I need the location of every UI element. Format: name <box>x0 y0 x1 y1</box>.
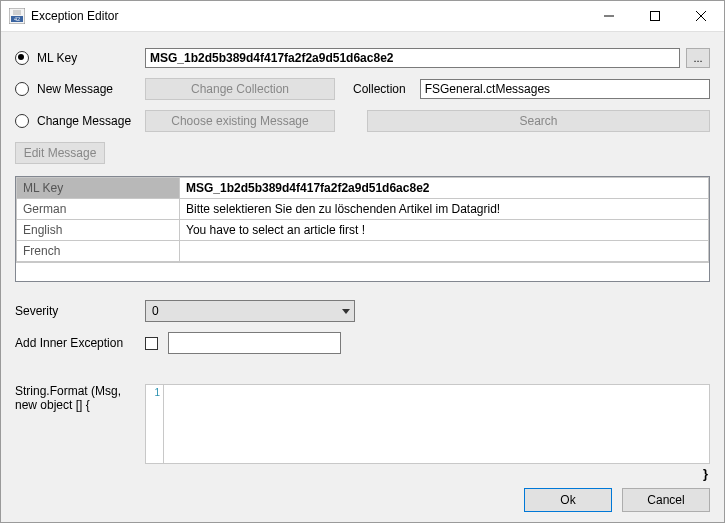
radio-mlkey[interactable] <box>15 51 29 65</box>
mlkey-input[interactable] <box>145 48 680 68</box>
choose-existing-button[interactable]: Choose existing Message <box>145 110 335 132</box>
lang-cell: German <box>17 199 180 220</box>
titlebar: 42 Exception Editor <box>1 1 724 32</box>
change-collection-button[interactable]: Change Collection <box>145 78 335 100</box>
radio-new-message-label: New Message <box>37 82 145 96</box>
radio-change-message-label: Change Message <box>37 114 145 128</box>
edit-message-button[interactable]: Edit Message <box>15 142 105 164</box>
text-cell <box>180 241 709 262</box>
window: 42 Exception Editor ML Key ... <box>0 0 725 523</box>
table-row: German Bitte selektieren Sie den zu lösc… <box>17 199 709 220</box>
code-gutter: 1 <box>145 384 163 464</box>
svg-rect-3 <box>13 10 21 15</box>
radio-mlkey-label: ML Key <box>37 51 145 65</box>
severity-combobox[interactable]: 0 <box>145 300 355 322</box>
svg-text:42: 42 <box>14 16 20 22</box>
search-button[interactable]: Search <box>367 110 710 132</box>
mlkey-header: ML Key <box>17 178 180 199</box>
radio-change-message[interactable] <box>15 114 29 128</box>
collection-label: Collection <box>353 82 406 96</box>
text-cell: Bitte selektieren Sie den zu löschenden … <box>180 199 709 220</box>
lang-cell: English <box>17 220 180 241</box>
chevron-down-icon <box>342 309 350 314</box>
closing-brace: } <box>15 466 710 481</box>
svg-line-7 <box>696 11 706 21</box>
text-cell: You have to select an article first ! <box>180 220 709 241</box>
close-button[interactable] <box>678 1 724 31</box>
window-title: Exception Editor <box>31 9 118 23</box>
lang-cell: French <box>17 241 180 262</box>
radio-new-message[interactable] <box>15 82 29 96</box>
minimize-button[interactable] <box>586 1 632 31</box>
inner-exception-input[interactable] <box>168 332 341 354</box>
severity-value: 0 <box>152 304 159 318</box>
severity-row: Severity 0 <box>15 300 710 322</box>
code-editor[interactable] <box>163 384 710 464</box>
app-icon: 42 <box>9 8 25 24</box>
svg-line-6 <box>696 11 706 21</box>
collection-value[interactable]: FSGeneral.ctMessages <box>420 79 710 99</box>
mlkey-header-value: MSG_1b2d5b389d4f417fa2f2a9d51d6ac8e2 <box>180 178 709 199</box>
string-format-row: String.Format (Msg, new object [] { 1 <box>15 384 710 464</box>
inner-exception-checkbox[interactable] <box>145 337 158 350</box>
client-area: ML Key ... New Message Change Collection… <box>1 32 724 522</box>
change-message-row: Change Message Choose existing Message S… <box>15 110 710 132</box>
inner-exception-label: Add Inner Exception <box>15 336 145 350</box>
maximize-button[interactable] <box>632 1 678 31</box>
mlkey-row: ML Key ... <box>15 48 710 68</box>
footer-buttons: Ok Cancel <box>524 488 710 512</box>
svg-rect-5 <box>651 12 660 21</box>
string-format-label: String.Format (Msg, new object [] { <box>15 384 145 464</box>
severity-label: Severity <box>15 304 145 318</box>
table-footer <box>16 262 709 281</box>
browse-button[interactable]: ... <box>686 48 710 68</box>
table-row: ML Key MSG_1b2d5b389d4f417fa2f2a9d51d6ac… <box>17 178 709 199</box>
inner-exception-row: Add Inner Exception <box>15 332 710 354</box>
new-message-row: New Message Change Collection Collection… <box>15 78 710 100</box>
table-row: French <box>17 241 709 262</box>
message-table: ML Key MSG_1b2d5b389d4f417fa2f2a9d51d6ac… <box>15 176 710 282</box>
cancel-button[interactable]: Cancel <box>622 488 710 512</box>
ok-button[interactable]: Ok <box>524 488 612 512</box>
table-row: English You have to select an article fi… <box>17 220 709 241</box>
